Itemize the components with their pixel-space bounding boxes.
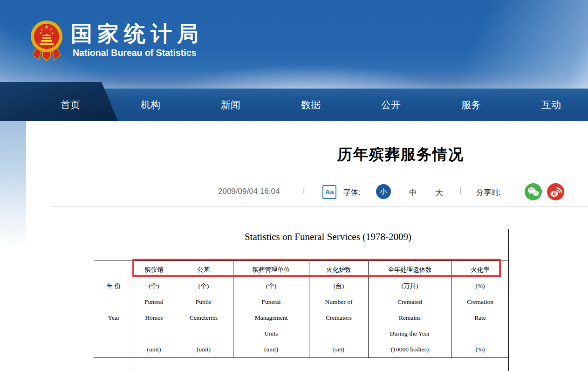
table-cell-line xyxy=(94,342,134,357)
weibo-share-icon[interactable] xyxy=(547,183,564,200)
table-cell-line: (unit) xyxy=(134,342,174,357)
font-size-large-button[interactable]: 大 xyxy=(435,187,443,198)
table-cell-line: (set) xyxy=(309,342,368,357)
table-cell-line xyxy=(94,294,134,310)
table-cell-line: Cremated xyxy=(369,294,451,310)
table-cell-line: Homes xyxy=(134,310,174,326)
table-column-year: 年 份Year xyxy=(94,261,134,357)
table-cell-line: Cremation xyxy=(451,294,509,310)
table-cell-line: (台) xyxy=(309,278,368,294)
table-cell-line: (个) xyxy=(174,278,233,294)
table-cell-line: Cremators xyxy=(309,310,368,326)
nav-item-news[interactable]: 新闻 xyxy=(191,89,271,121)
publish-date: 2009/09/04 16:04 xyxy=(218,187,280,196)
font-size-small-button[interactable]: 小 xyxy=(376,184,391,199)
left-decorative-band xyxy=(0,121,26,249)
table-cell-line: (%) xyxy=(451,278,509,294)
table-cell-line xyxy=(134,326,174,342)
meta-separator: | xyxy=(303,186,305,195)
nav-item-services[interactable]: 服务 xyxy=(431,89,511,121)
table-cell-line xyxy=(451,326,509,342)
table-cell-line: 火化炉数 xyxy=(309,261,368,278)
table-title: Statistics on Funeral Services (1978-200… xyxy=(142,231,514,243)
table-cell-line: During the Year xyxy=(369,326,451,342)
table-cell-line: (10000 bodies) xyxy=(369,342,451,357)
nav-item-interaction[interactable]: 互动 xyxy=(511,89,588,121)
wechat-share-icon[interactable] xyxy=(525,183,542,200)
table-cell-line: Cemeteries xyxy=(174,310,233,326)
table-cell-line xyxy=(309,326,368,342)
table-cell-line xyxy=(94,261,134,278)
table-cell-line: Funeral xyxy=(134,294,174,310)
table-cell-line: Units xyxy=(233,326,309,342)
table-column-cremated-remains: 全年处理遗体数(万具)CrematedRemainsDuring the Yea… xyxy=(368,261,451,357)
nav-item-home[interactable]: 首页 xyxy=(30,89,110,121)
table-column-divider xyxy=(134,357,134,371)
table-cell-line: (个) xyxy=(134,278,174,294)
table-column-funeral-homes: 殡仪馆(个)FuneralHomes(unit) xyxy=(134,261,174,357)
table-column-funeral-management-units: 殡葬管理单位(个)FuneralManagementUnits(unit) xyxy=(233,261,309,357)
nav-item-organization[interactable]: 机构 xyxy=(110,89,191,121)
table-column-public-cemeteries: 公墓(个)PublicCemeteries(unit) xyxy=(174,261,233,357)
font-size-aa-icon[interactable]: Aa xyxy=(322,185,336,199)
table-cell-line xyxy=(174,326,233,342)
table-cell-line: Number of xyxy=(309,294,368,310)
table-cell-line: 年 份 xyxy=(94,278,134,294)
table-cell-line: Year xyxy=(94,310,134,326)
table-right-border xyxy=(508,229,509,371)
statistics-table-header: 年 份Year殡仪馆(个)FuneralHomes(unit)公墓(个)Publ… xyxy=(94,261,509,358)
page-title: 历年殡葬服务情况 xyxy=(214,144,587,165)
national-emblem-logo xyxy=(30,17,63,63)
table-cell-line: 公墓 xyxy=(174,261,233,278)
table-column-cremation-rate: 火化率(%)CremationRate(%) xyxy=(451,261,509,357)
table-cell-line xyxy=(94,326,134,342)
table-cell-line: (unit) xyxy=(174,342,233,357)
site-title-chinese: 国家统计局 xyxy=(71,20,204,48)
nav-item-data[interactable]: 数据 xyxy=(271,89,351,121)
table-cell-line: (unit) xyxy=(233,342,309,357)
table-cell-line: (个) xyxy=(233,278,309,294)
share-label: 分享到: xyxy=(476,188,500,198)
table-cell-line: (万具) xyxy=(369,278,451,294)
font-size-label: 字体: xyxy=(343,188,360,198)
table-cell-line: Remains xyxy=(369,310,451,326)
table-cell-line: 全年处理遗体数 xyxy=(369,261,451,278)
nav-item-disclosure[interactable]: 公开 xyxy=(351,89,431,121)
content-divider-line xyxy=(51,206,588,207)
meta-separator: | xyxy=(459,186,461,195)
table-cell-line: (%) xyxy=(451,342,509,357)
table-cell-line: Funeral xyxy=(233,294,309,310)
table-cell-line: 殡葬管理单位 xyxy=(233,261,309,278)
site-title-english: National Bureau of Statistics xyxy=(73,48,196,58)
font-size-medium-button[interactable]: 中 xyxy=(409,187,417,198)
table-cell-line: 火化率 xyxy=(451,261,509,278)
table-cell-line: Management xyxy=(233,310,309,326)
nav-list: 首页机构新闻数据公开服务互动 xyxy=(30,89,588,121)
table-cell-line: Rate xyxy=(451,310,509,326)
table-column-cremators: 火化炉数(台)Number ofCremators(set) xyxy=(309,261,368,357)
table-cell-line: 殡仪馆 xyxy=(134,261,174,278)
table-cell-line: Public xyxy=(174,294,233,310)
site-header: 国家统计局 National Bureau of Statistics xyxy=(0,0,588,89)
